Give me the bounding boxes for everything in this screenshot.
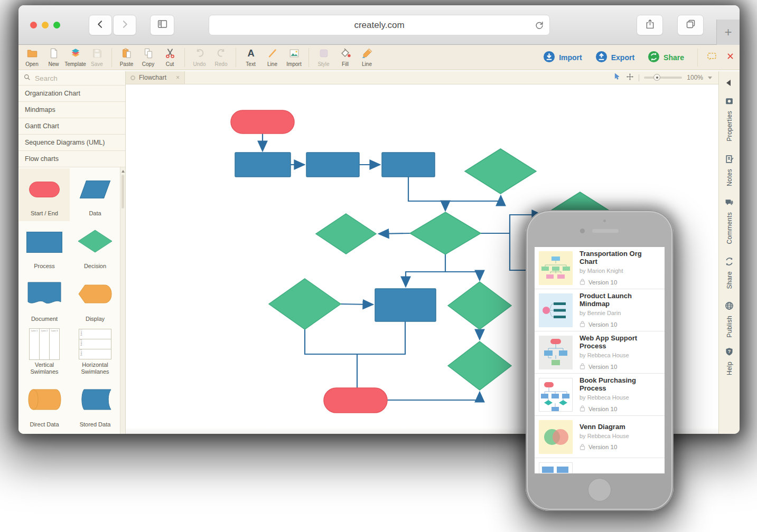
toolbar-separator [184, 48, 185, 67]
pan-tool-icon[interactable] [626, 73, 634, 83]
rail-item-comments[interactable]: Comments [719, 198, 740, 244]
shape-vertical-swimlanes[interactable]: Lane 1 Lane 2 Lane 3 Vertical Swimlanes [19, 327, 70, 379]
shape-direct-data[interactable]: Direct Data [19, 379, 70, 432]
flowchart-node-start[interactable] [231, 110, 294, 134]
sidebar-item-mindmaps[interactable]: Mindmaps [18, 102, 125, 118]
template-list-item[interactable]: Transportation Org Chart by Marion Knigh… [535, 247, 665, 289]
flowchart-connector[interactable] [305, 321, 405, 354]
flowchart-connector[interactable] [445, 272, 480, 279]
flowchart-connector[interactable] [406, 254, 445, 286]
rail-item-notes[interactable]: Notes [719, 155, 740, 186]
shape-decision[interactable]: Decision [70, 221, 120, 274]
new-button[interactable]: New [43, 48, 64, 67]
tab-overview-button[interactable] [677, 15, 704, 35]
line-style-button[interactable]: Line [356, 48, 378, 67]
template-list-item[interactable]: Web App Support Process by Rebbeca House… [535, 331, 665, 374]
flowchart-node-process2[interactable] [306, 153, 359, 177]
share-circle-icon [648, 51, 660, 64]
text-button[interactable]: A Text [240, 48, 261, 67]
rail-item-properties[interactable]: Properties [719, 97, 740, 141]
document-tabbar: Flowchart × 100% [126, 71, 718, 84]
flowchart-node-decision6[interactable] [448, 282, 511, 329]
cut-button[interactable]: Cut [159, 48, 181, 67]
template-label: Template [64, 61, 86, 67]
reload-icon[interactable] [534, 20, 545, 33]
phone-home-button[interactable] [587, 478, 612, 502]
import-image-button[interactable]: Import [283, 48, 305, 67]
tab-flowchart[interactable]: Flowchart × [126, 71, 185, 84]
address-bar[interactable]: creately.com [209, 15, 550, 35]
traffic-lights [30, 22, 60, 28]
sidebar-item-sequence-diagrams[interactable]: Sequence Diagrams (UML) [18, 135, 125, 151]
close-red-icon[interactable] [726, 52, 734, 62]
zoom-dropdown-icon[interactable] [708, 77, 712, 79]
scroll-up-arrow-icon[interactable] [122, 170, 125, 173]
zoom-slider-knob[interactable] [653, 74, 660, 81]
browser-share-button[interactable] [637, 15, 663, 35]
rail-item-share[interactable]: Share [719, 257, 740, 289]
template-button[interactable]: Template [64, 48, 86, 67]
zoom-window-button[interactable] [53, 22, 60, 28]
save-button[interactable]: Save [86, 48, 108, 67]
rail-item-publish[interactable]: Publish [719, 301, 740, 337]
flowchart-node-decision2[interactable] [316, 214, 376, 254]
paste-button[interactable]: Paste [116, 48, 137, 67]
flowchart-connector[interactable] [387, 393, 480, 400]
sidebar-item-gantt-chart[interactable]: Gantt Chart [18, 118, 125, 135]
template-list-item[interactable] [535, 458, 665, 473]
sidebar-toggle-button[interactable] [150, 15, 174, 35]
style-label: Style [317, 61, 329, 67]
line-button[interactable]: Line [261, 48, 283, 67]
shape-document[interactable]: Document [19, 274, 70, 327]
template-author: by Bennie Darin [580, 310, 660, 316]
screenshot-stage: creately.com + Open New [0, 0, 757, 532]
scrollbar-thumb[interactable] [122, 175, 124, 208]
minimize-window-button[interactable] [42, 22, 49, 28]
flowchart-node-decision5[interactable] [269, 279, 341, 329]
export-button[interactable]: Export [595, 51, 634, 64]
shape-process[interactable]: Process [19, 221, 70, 274]
fill-button[interactable]: Fill [334, 48, 356, 67]
cursor-tool-icon[interactable] [614, 73, 621, 82]
sidebar-item-flow-charts[interactable]: Flow charts [18, 151, 125, 167]
shape-display[interactable]: Display [70, 274, 120, 327]
shape-start-end[interactable]: Start / End [19, 168, 70, 221]
back-button[interactable] [89, 15, 112, 35]
import-button[interactable]: Import [543, 51, 582, 64]
flowchart-node-decision7[interactable] [448, 341, 511, 390]
search-input[interactable] [35, 74, 114, 82]
flowchart-node-process3[interactable] [382, 153, 435, 177]
collapse-panel-icon[interactable] [726, 80, 731, 86]
open-button[interactable]: Open [21, 48, 43, 67]
flowchart-connector[interactable] [380, 233, 410, 234]
flowchart-node-process4[interactable] [375, 289, 436, 321]
shape-stored-data[interactable]: Stored Data [70, 379, 120, 432]
flowchart-connector[interactable] [341, 304, 372, 305]
flowchart-node-end[interactable] [324, 388, 387, 413]
template-list-item[interactable]: Product Launch Mindmap by Bennie Darin V… [535, 289, 665, 331]
svg-text:A: A [247, 48, 254, 59]
close-tab-icon[interactable]: × [176, 74, 180, 81]
palette-scrollbar[interactable] [120, 167, 125, 434]
redo-button[interactable]: Redo [210, 48, 232, 67]
zoom-slider[interactable] [644, 77, 682, 79]
close-window-button[interactable] [30, 22, 37, 28]
shape-data[interactable]: Data [70, 168, 120, 221]
flowchart-node-decision3[interactable] [410, 212, 481, 254]
undo-button[interactable]: Undo [189, 48, 210, 67]
flowchart-node-process1[interactable] [235, 153, 291, 177]
flowchart-node-decision1[interactable] [465, 149, 536, 194]
sidebar-item-organization-chart[interactable]: Organization Chart [18, 86, 125, 102]
rail-item-help[interactable]: ? Help [719, 347, 740, 375]
new-tab-button[interactable]: + [716, 20, 740, 45]
vertical-swimlanes-icon: Lane 1 Lane 2 Lane 3 [29, 328, 60, 360]
search-row [18, 71, 125, 86]
forward-button[interactable] [113, 15, 136, 35]
shape-horizontal-swimlanes[interactable]: Lane 1 Lane 2 Lane 3 Horizontal Swimlane… [70, 327, 120, 379]
template-list-item[interactable]: Venn Diagram by Rebbeca House Version 10 [535, 416, 665, 458]
template-list-item[interactable]: Book Purchasing Process by Rebbeca House… [535, 374, 665, 416]
feedback-chat-icon[interactable] [706, 51, 717, 64]
share-button[interactable]: Share [648, 51, 684, 64]
copy-button[interactable]: Copy [137, 48, 159, 67]
style-button[interactable]: Style [313, 48, 334, 67]
